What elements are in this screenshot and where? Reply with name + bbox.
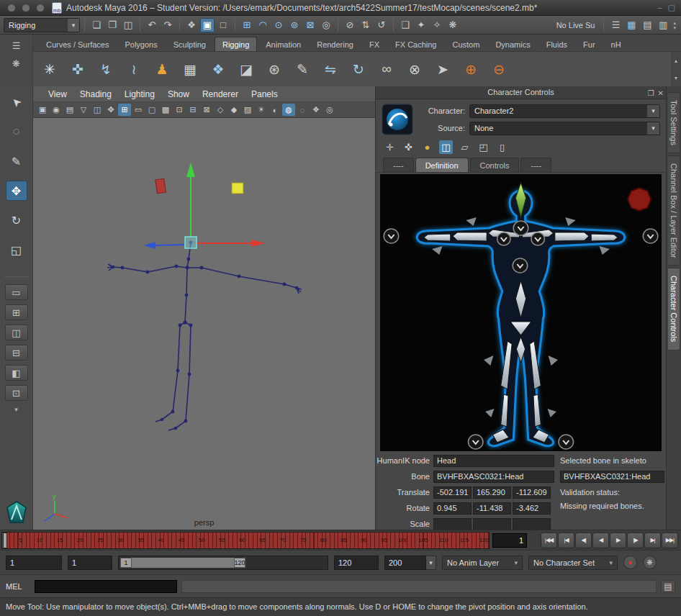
orient-joint-icon[interactable]: ↻ — [346, 57, 371, 81]
viewport-menu[interactable]: Renderer — [196, 89, 245, 99]
viewport-menu[interactable]: Lighting — [118, 89, 161, 99]
t-pose-skeleton-icon[interactable]: ♟ — [150, 57, 174, 81]
toolbar-scroll[interactable]: ▴ ▾ — [672, 20, 677, 30]
shelf-tab[interactable]: Rendering — [310, 37, 361, 51]
render-current-frame-icon[interactable]: ✦ — [414, 18, 428, 32]
shelf-scroll[interactable]: ▴ ▾ — [671, 52, 681, 86]
panel-layout-2-icon[interactable]: ▤ — [640, 18, 654, 32]
isolate-select-icon[interactable]: ◎ — [323, 104, 336, 116]
humanik-node-field[interactable]: Head — [433, 455, 554, 467]
layout-four-pane-button[interactable]: ⊞ — [5, 304, 28, 320]
create-character-from-selection-icon[interactable]: ✜ — [402, 140, 415, 154]
playback-start-field[interactable]: 1 — [68, 556, 112, 570]
load-skeleton-definition-icon[interactable]: ▱ — [458, 140, 472, 154]
rotate-tool[interactable]: ↻ — [6, 210, 27, 230]
viewport-menu[interactable]: Shading — [73, 89, 118, 99]
save-skeleton-definition-icon[interactable]: ◰ — [477, 140, 490, 154]
minimize-window-button[interactable] — [22, 4, 30, 12]
layout-single-pane-button[interactable]: ▭ — [5, 284, 28, 300]
zoom-window-button[interactable] — [36, 4, 45, 12]
shadows-icon[interactable]: ◐ — [269, 104, 281, 116]
wireframe-icon[interactable]: ◇ — [214, 104, 227, 116]
select-by-hierarchy-icon[interactable]: ❖ — [184, 18, 199, 32]
panel-layout-1-icon[interactable]: ▦ — [624, 18, 639, 32]
smooth-bind-icon[interactable]: ❖ — [206, 57, 230, 81]
window-zoom-icon[interactable]: ▢ — [668, 3, 675, 12]
bind-skin-icon[interactable]: ▦ — [178, 57, 202, 81]
translate-z-field[interactable]: -112.609 — [513, 486, 551, 499]
viewport-canvas[interactable]: y persp — [33, 118, 375, 530]
rotate-y-field[interactable]: -11.438 — [473, 502, 511, 515]
move-tool[interactable]: ✥ — [6, 181, 27, 201]
window-minimize-icon[interactable]: ‒ — [657, 3, 662, 12]
scroll-up-icon[interactable]: ▴ — [673, 20, 676, 25]
snap-to-view-plane-icon[interactable]: ⊠ — [303, 18, 317, 32]
shelf-tab[interactable]: Animation — [258, 37, 308, 51]
ik-spline-handle-icon[interactable]: ≀ — [122, 57, 146, 81]
expand-neck-button[interactable] — [513, 221, 528, 235]
paint-select-tool[interactable]: ✎ — [6, 151, 27, 171]
side-tab[interactable]: Channel Box / Layer Editor — [668, 155, 680, 266]
animation-start-field[interactable]: 1 — [6, 556, 62, 570]
snap-to-projected-center-icon[interactable]: ⊚ — [287, 18, 302, 32]
construction-history-icon[interactable]: ↺ — [374, 18, 389, 32]
shelf-tab[interactable]: Fur — [576, 37, 603, 51]
command-line-input[interactable] — [35, 580, 177, 593]
new-scene-icon[interactable]: ❏ — [89, 18, 104, 32]
expand-right-shoulder-button[interactable] — [531, 232, 545, 245]
delete-definition-icon[interactable]: ▯ — [495, 140, 509, 154]
move-manipulator[interactable] — [144, 163, 265, 249]
scroll-down-icon[interactable]: ▾ — [673, 25, 676, 30]
lasso-tool[interactable]: ◌ — [6, 122, 27, 142]
scale-y-field[interactable] — [473, 518, 511, 530]
input-output-connections-icon[interactable]: ⇅ — [358, 18, 373, 32]
side-tab[interactable]: Tool Settings — [668, 92, 680, 153]
layout-outliner-persp-button[interactable]: ⊡ — [5, 385, 28, 401]
layout-three-pane-left-button[interactable]: ◧ — [5, 365, 28, 381]
lock-selection-icon[interactable]: ⊘ — [343, 18, 357, 32]
menu-set-selector[interactable]: Rigging ▾ — [4, 18, 80, 32]
manipulator-z-arrowhead[interactable] — [144, 242, 155, 249]
ipr-render-icon[interactable]: ✧ — [430, 18, 444, 32]
remove-joint-icon[interactable]: ⊖ — [487, 57, 511, 81]
range-start-handle[interactable]: 1 — [120, 558, 132, 568]
viewport-menu[interactable]: Panels — [245, 89, 284, 99]
shelf-menu-icon[interactable]: ☰ — [12, 40, 21, 51]
scroll-up-icon[interactable]: ▴ — [675, 58, 677, 64]
source-dropdown[interactable]: None ▾ — [469, 122, 660, 135]
expand-left-shoulder-button[interactable] — [497, 232, 511, 245]
close-window-button[interactable] — [7, 4, 16, 12]
character-dropdown[interactable]: Character2 ▾ — [469, 104, 660, 118]
undo-icon[interactable]: ↶ — [145, 18, 159, 32]
shaded-icon[interactable]: ◆ — [227, 104, 240, 116]
shelf-tab[interactable]: Curves / Surfaces — [39, 37, 116, 51]
move-skinned-joints-icon[interactable]: ➤ — [430, 57, 455, 81]
snap-to-curve-icon[interactable]: ◠ — [256, 18, 270, 32]
open-render-view-icon[interactable]: ❑ — [398, 18, 412, 32]
sort-menu-icon[interactable]: ☰ — [608, 18, 623, 32]
mirror-definition-icon[interactable]: ◫ — [439, 140, 453, 154]
auto-keyframe-toggle[interactable]: ● — [623, 556, 637, 569]
current-frame-field[interactable]: 1 — [492, 533, 527, 548]
step-forward-frame-button[interactable]: |▶ — [627, 533, 644, 548]
no-live-surface-label[interactable]: No Live Su — [552, 21, 600, 30]
go-to-start-button[interactable]: |◀◀ — [541, 533, 557, 548]
play-forwards-button[interactable]: ▶ — [610, 533, 626, 548]
select-camera-icon[interactable]: ▣ — [36, 104, 49, 116]
film-gate-icon[interactable]: ▭ — [132, 104, 145, 116]
bone-field[interactable]: BVHFBXASC0321:Head — [433, 471, 554, 483]
side-tab[interactable]: Character Controls — [668, 268, 680, 350]
step-back-key-button[interactable]: |◀ — [558, 533, 574, 548]
shelf-tab[interactable]: Sculpting — [166, 37, 213, 51]
select-tool[interactable]: ➤ — [6, 92, 27, 112]
make-object-live-icon[interactable]: ◎ — [319, 18, 333, 32]
scale-x-field[interactable] — [433, 518, 472, 530]
connect-joint-icon[interactable]: ∞ — [374, 57, 399, 81]
select-by-component-icon[interactable]: □ — [216, 18, 230, 32]
expand-right-arm-button[interactable] — [643, 229, 658, 243]
range-slider-bar[interactable]: 1 120 — [120, 558, 245, 568]
layout-more-caret[interactable]: ▾ — [14, 406, 18, 413]
playback-end-field[interactable]: 120 — [334, 556, 379, 570]
manipulator-z-axis[interactable] — [155, 245, 184, 245]
detach-skin-icon[interactable]: ⊗ — [402, 57, 427, 81]
